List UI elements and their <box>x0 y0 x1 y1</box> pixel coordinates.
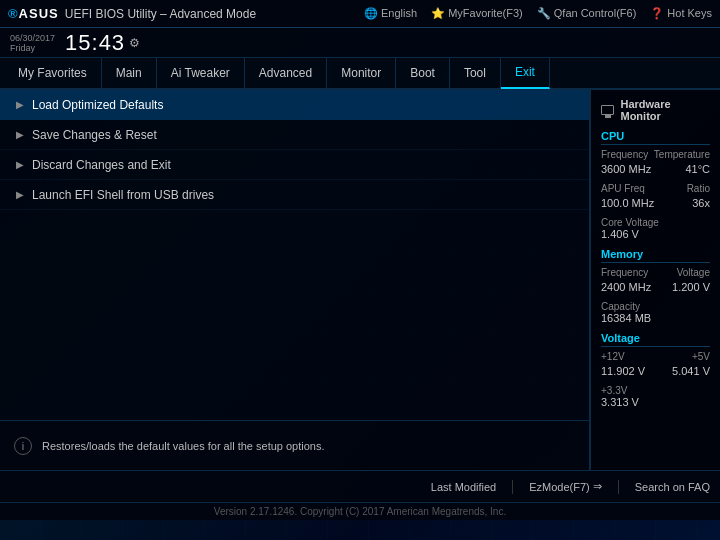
arrow-icon: ▶ <box>16 159 24 170</box>
datetime-bar: 06/30/2017 Friday 15:43 ⚙ <box>0 28 720 58</box>
cpu-apu-values: 100.0 MHz 36x <box>601 197 710 214</box>
hw-monitor-title: Hardware Monitor <box>601 98 710 122</box>
status-message: Restores/loads the default values for al… <box>42 440 325 452</box>
cpu-freq-values: 3600 MHz 41°C <box>601 163 710 180</box>
status-bar: i Restores/loads the default values for … <box>0 420 589 470</box>
settings-icon[interactable]: ⚙ <box>129 36 140 50</box>
tab-main[interactable]: Main <box>102 57 157 89</box>
footer-copyright: Version 2.17.1246. Copyright (C) 2017 Am… <box>0 503 720 520</box>
tab-advanced[interactable]: Advanced <box>245 57 327 89</box>
volt-12-values: 11.902 V 5.041 V <box>601 365 710 382</box>
footer-divider-2 <box>618 480 619 494</box>
arrow-icon: ▶ <box>16 129 24 140</box>
date-display: 06/30/2017 Friday <box>10 33 55 53</box>
my-favorites-btn[interactable]: ⭐ MyFavorite(F3) <box>431 7 523 20</box>
qfan-btn[interactable]: 🔧 Qfan Control(F6) <box>537 7 637 20</box>
ez-mode-btn[interactable]: EzMode(F7) ⇒ <box>529 480 602 493</box>
tab-boot[interactable]: Boot <box>396 57 450 89</box>
tab-ai-tweaker[interactable]: Ai Tweaker <box>157 57 245 89</box>
last-modified-btn[interactable]: Last Modified <box>431 481 496 493</box>
menu-item-load-defaults[interactable]: ▶ Load Optimized Defaults <box>0 90 589 120</box>
mem-freq-row: Frequency Voltage <box>601 267 710 278</box>
mem-freq-values: 2400 MHz 1.200 V <box>601 281 710 298</box>
cpu-apu-row: APU Freq Ratio <box>601 183 710 194</box>
footer: Last Modified EzMode(F7) ⇒ Search on FAQ… <box>0 470 720 520</box>
tab-tool[interactable]: Tool <box>450 57 501 89</box>
tab-my-favorites[interactable]: My Favorites <box>4 57 102 89</box>
tab-monitor[interactable]: Monitor <box>327 57 396 89</box>
menu-item-discard-exit[interactable]: ▶ Discard Changes and Exit <box>0 150 589 180</box>
content-area: ▶ Load Optimized Defaults ▶ Save Changes… <box>0 90 590 470</box>
monitor-icon <box>601 105 614 115</box>
menu-item-efi-shell[interactable]: ▶ Launch EFI Shell from USB drives <box>0 180 589 210</box>
voltage-section-title: Voltage <box>601 332 710 347</box>
nav-bar: My Favorites Main Ai Tweaker Advanced Mo… <box>0 58 720 90</box>
search-faq-btn[interactable]: Search on FAQ <box>635 481 710 493</box>
cpu-section-title: CPU <box>601 130 710 145</box>
tab-exit[interactable]: Exit <box>501 57 550 89</box>
info-icon: i <box>14 437 32 455</box>
header-info: 🌐 English ⭐ MyFavorite(F3) 🔧 Qfan Contro… <box>364 7 712 20</box>
arrow-icon: ▶ <box>16 189 24 200</box>
clock-display: 15:43 <box>65 30 125 56</box>
hot-keys-btn[interactable]: ❓ Hot Keys <box>650 7 712 20</box>
memory-section-title: Memory <box>601 248 710 263</box>
language-selector[interactable]: 🌐 English <box>364 7 417 20</box>
hw-monitor-panel: Hardware Monitor CPU Frequency Temperatu… <box>590 90 720 470</box>
footer-divider-1 <box>512 480 513 494</box>
cpu-freq-row: Frequency Temperature <box>601 149 710 160</box>
volt-12-row: +12V +5V <box>601 351 710 362</box>
header-bar: ®ASUS UEFI BIOS Utility – Advanced Mode … <box>0 0 720 28</box>
main-layout: ▶ Load Optimized Defaults ▶ Save Changes… <box>0 90 720 470</box>
menu-item-save-reset[interactable]: ▶ Save Changes & Reset <box>0 120 589 150</box>
header-title: UEFI BIOS Utility – Advanced Mode <box>65 7 256 21</box>
footer-top: Last Modified EzMode(F7) ⇒ Search on FAQ <box>0 471 720 503</box>
ez-mode-icon: ⇒ <box>593 480 602 493</box>
asus-logo: ®ASUS <box>8 6 59 21</box>
arrow-icon: ▶ <box>16 99 24 110</box>
